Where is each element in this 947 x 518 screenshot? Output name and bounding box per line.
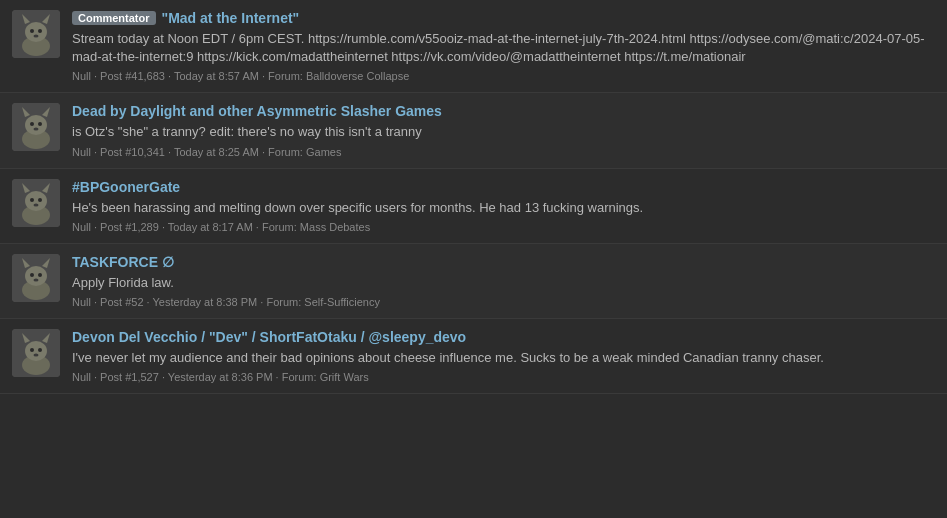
svg-point-5	[30, 29, 34, 33]
svg-point-34	[25, 341, 47, 361]
post-content: #BPGoonerGateHe's been harassing and mel…	[72, 179, 935, 233]
svg-point-15	[34, 128, 39, 131]
avatar	[12, 254, 60, 302]
post-meta: Null · Post #1,527 · Yesterday at 8:36 P…	[72, 371, 935, 383]
post-title[interactable]: TASKFORCE ∅	[72, 254, 174, 270]
svg-point-2	[25, 22, 47, 42]
avatar	[12, 329, 60, 377]
post-header: Commentator"Mad at the Internet"	[72, 10, 935, 26]
svg-point-31	[34, 278, 39, 281]
svg-point-21	[30, 198, 34, 202]
post-title[interactable]: "Mad at the Internet"	[162, 10, 300, 26]
avatar	[12, 103, 60, 151]
svg-point-39	[34, 353, 39, 356]
post-title[interactable]: #BPGoonerGate	[72, 179, 180, 195]
post-content: Devon Del Vecchio / "Dev" / ShortFatOtak…	[72, 329, 935, 383]
list-item: Dead by Daylight and other Asymmetric Sl…	[0, 93, 947, 168]
post-meta: Null · Post #1,289 · Today at 8:17 AM · …	[72, 221, 935, 233]
post-meta: Null · Post #41,683 · Today at 8:57 AM ·…	[72, 70, 935, 82]
svg-point-13	[30, 122, 34, 126]
svg-point-38	[38, 348, 42, 352]
svg-point-22	[38, 198, 42, 202]
svg-point-14	[38, 122, 42, 126]
post-title[interactable]: Devon Del Vecchio / "Dev" / ShortFatOtak…	[72, 329, 466, 345]
post-body: Stream today at Noon EDT / 6pm CEST. htt…	[72, 30, 935, 66]
avatar	[12, 10, 60, 58]
post-content: Commentator"Mad at the Internet"Stream t…	[72, 10, 935, 82]
svg-point-10	[25, 115, 47, 135]
avatar	[12, 179, 60, 227]
post-body: Apply Florida law.	[72, 274, 935, 292]
svg-point-7	[34, 35, 39, 38]
list-item: TASKFORCE ∅Apply Florida law.Null · Post…	[0, 244, 947, 319]
post-body: is Otz's "she" a tranny? edit: there's n…	[72, 123, 935, 141]
svg-point-37	[30, 348, 34, 352]
post-title[interactable]: Dead by Daylight and other Asymmetric Sl…	[72, 103, 442, 119]
commentator-badge: Commentator	[72, 11, 156, 25]
svg-point-30	[38, 273, 42, 277]
post-header: Dead by Daylight and other Asymmetric Sl…	[72, 103, 935, 119]
svg-point-18	[25, 191, 47, 211]
svg-point-6	[38, 29, 42, 33]
post-header: Devon Del Vecchio / "Dev" / ShortFatOtak…	[72, 329, 935, 345]
post-meta: Null · Post #52 · Yesterday at 8:38 PM ·…	[72, 296, 935, 308]
svg-point-23	[34, 203, 39, 206]
list-item: #BPGoonerGateHe's been harassing and mel…	[0, 169, 947, 244]
list-item: Devon Del Vecchio / "Dev" / ShortFatOtak…	[0, 319, 947, 394]
post-content: Dead by Daylight and other Asymmetric Sl…	[72, 103, 935, 157]
post-body: I've never let my audience and their bad…	[72, 349, 935, 367]
post-body: He's been harassing and melting down ove…	[72, 199, 935, 217]
post-header: #BPGoonerGate	[72, 179, 935, 195]
post-meta: Null · Post #10,341 · Today at 8:25 AM ·…	[72, 146, 935, 158]
post-header: TASKFORCE ∅	[72, 254, 935, 270]
list-item: Commentator"Mad at the Internet"Stream t…	[0, 0, 947, 93]
svg-point-26	[25, 266, 47, 286]
post-content: TASKFORCE ∅Apply Florida law.Null · Post…	[72, 254, 935, 308]
svg-point-29	[30, 273, 34, 277]
post-list: Commentator"Mad at the Internet"Stream t…	[0, 0, 947, 394]
